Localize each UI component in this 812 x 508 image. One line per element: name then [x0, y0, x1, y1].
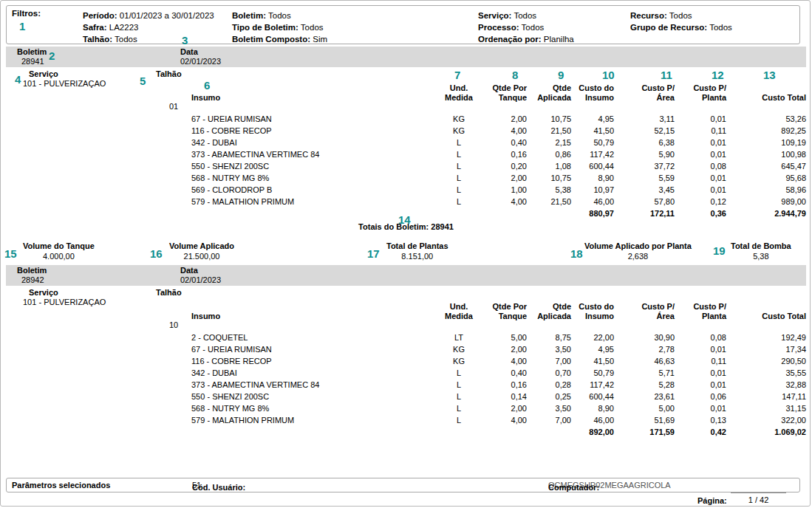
- boletim-field: Boletim 28941: [17, 47, 47, 66]
- insumo-cell: 31,15: [726, 402, 806, 414]
- summary-label: Volume Aplicado: [169, 241, 234, 251]
- insumo-cell: 568 - NUTRY MG 8%: [191, 402, 435, 414]
- insumo-cell: 58,96: [726, 184, 806, 196]
- insumo-cell: 95,68: [726, 172, 806, 184]
- totals-row: 892,00171,590,421.069,02: [191, 426, 806, 438]
- insumo-cell: 67 - UREIA RUMISAN: [191, 343, 435, 355]
- field-plot-value: 01: [169, 102, 178, 111]
- insumo-cell: 8,90: [571, 172, 614, 184]
- totals-cell: 2.944,79: [726, 207, 806, 219]
- insumo-cell: 892,25: [726, 125, 806, 137]
- insumo-cell: 21,50: [527, 196, 571, 207]
- field-plot-label: Talhão: [156, 69, 182, 78]
- summary-label: Total de Plantas: [386, 241, 448, 251]
- insumo-row: 373 - ABAMECTINA VERTIMEC 84L0,160,86117…: [191, 148, 806, 160]
- insumo-cell: 0,20: [482, 160, 527, 172]
- insumo-cell: 3,11: [614, 113, 675, 125]
- insumo-cell: KG: [435, 355, 482, 367]
- insumo-cell: 32,88: [726, 379, 806, 391]
- insumo-cell: 2,00: [482, 113, 527, 125]
- insumo-cell: 4,95: [571, 343, 614, 355]
- filter-label: Grupo de Recurso:: [630, 23, 707, 32]
- insumo-cell: 0,01: [675, 402, 726, 414]
- date-label: Data: [180, 47, 221, 57]
- column-header: Insumo: [191, 73, 435, 113]
- filter-value: Todos: [112, 35, 137, 44]
- insumo-cell: 4,00: [482, 196, 527, 207]
- filter-item: Recurso: Todos: [630, 10, 732, 21]
- boletim-label: Boletim: [17, 47, 47, 57]
- insumo-cell: 600,44: [571, 160, 614, 172]
- computer-field: Computador: OCMEGSUP02MEGAAGRICOLA: [548, 481, 671, 490]
- annotation-13: 13: [763, 69, 776, 80]
- boletim-field: Boletim 28942: [17, 266, 47, 285]
- insumo-cell: 17,34: [726, 343, 806, 355]
- insumo-row: 342 - DUBAIL0,402,1550,796,380,01109,19: [191, 137, 806, 148]
- insumo-cell: 50,79: [571, 367, 614, 379]
- annotation-16: 16: [150, 248, 163, 259]
- insumo-cell: L: [435, 148, 482, 160]
- insumo-cell: 50,79: [571, 137, 614, 148]
- totals-cell: 172,11: [614, 207, 675, 219]
- insumo-cell: 53,26: [726, 113, 806, 125]
- date-value: 02/01/2023: [180, 57, 221, 66]
- insumo-cell: 0,16: [482, 379, 527, 391]
- insumo-cell: 116 - COBRE RECOP: [191, 125, 435, 137]
- filter-item: Serviço: Todos: [478, 10, 574, 21]
- column-header: Qtde Por Tanque: [482, 292, 527, 332]
- page-number: 1 / 42: [731, 492, 786, 504]
- insumo-cell: 3,50: [527, 343, 571, 355]
- insumo-cell: 52,15: [614, 125, 675, 137]
- insumo-cell: 5,38: [527, 184, 571, 196]
- boletim-section: Boletim 28942 Data 02/01/2023 Serviço 10…: [6, 265, 806, 438]
- insumo-cell: 7,00: [527, 414, 571, 426]
- summary-stat: Volume Aplicado21.500,00: [169, 241, 234, 261]
- service-label: Serviço: [23, 69, 106, 79]
- insumo-row: 579 - MALATHION PRIMUML4,007,0046,0051,6…: [191, 414, 806, 426]
- insumo-cell: 192,49: [726, 332, 806, 343]
- summary-value: 21.500,00: [169, 252, 234, 261]
- filter-label: Ordenação por:: [478, 35, 542, 44]
- insumo-cell: 342 - DUBAI: [191, 367, 435, 379]
- annotation-1: 1: [19, 21, 25, 32]
- insumo-cell: 5,90: [614, 148, 675, 160]
- boletim-summary: Volume do Tanque4.000,00Volume Aplicado2…: [6, 241, 806, 264]
- insumo-cell: 0,11: [675, 125, 726, 137]
- service-value: 101 - PULVERIZAÇAO: [23, 79, 106, 89]
- filter-item: Grupo de Recurso: Todos: [630, 21, 732, 33]
- insumo-cell: 4,00: [482, 125, 527, 137]
- insumo-cell: 0,16: [482, 148, 527, 160]
- insumo-cell: 109,19: [726, 137, 806, 148]
- annotation-19: 19: [713, 245, 726, 256]
- insumo-cell: 35,55: [726, 367, 806, 379]
- insumo-cell: 10,75: [527, 172, 571, 184]
- insumo-cell: 2,78: [614, 343, 675, 355]
- insumo-row: 2 - COQUETELLT5,008,7522,0030,900,08192,…: [191, 332, 806, 343]
- insumo-cell: L: [435, 414, 482, 426]
- totals-spacer: [435, 207, 482, 219]
- insumo-cell: 568 - NUTRY MG 8%: [191, 172, 435, 184]
- service-label: Serviço: [23, 288, 106, 298]
- insumo-cell: 8,90: [571, 402, 614, 414]
- insumo-cell: 0,01: [675, 172, 726, 184]
- column-header: Und. Medida: [435, 292, 482, 332]
- insumo-cell: KG: [435, 343, 482, 355]
- insumo-cell: 0,70: [527, 367, 571, 379]
- filter-label: Serviço:: [478, 11, 511, 20]
- insumo-cell: 579 - MALATHION PRIMUM: [191, 414, 435, 426]
- boletim-totals-value: 28941: [431, 222, 454, 231]
- filter-label: Boletim Composto:: [232, 35, 310, 44]
- insumo-cell: 1,00: [482, 184, 527, 196]
- insumo-cell: 2,00: [482, 343, 527, 355]
- totals-cell: 880,97: [571, 207, 614, 219]
- insumo-cell: 4,95: [571, 113, 614, 125]
- summary-value: 2,638: [584, 252, 692, 261]
- filter-item: Safra: LA2223: [83, 21, 214, 33]
- computer-label: Computador:: [548, 483, 599, 492]
- insumo-cell: 3,50: [527, 402, 571, 414]
- summary-value: 5,38: [731, 252, 791, 261]
- insumo-cell: 22,00: [571, 332, 614, 343]
- column-header: Qtde Aplicada: [527, 73, 571, 113]
- report-page: Filtros: Período: 01/01/2023 a 30/01/202…: [0, 0, 811, 507]
- insumo-cell: 67 - UREIA RUMISAN: [191, 113, 435, 125]
